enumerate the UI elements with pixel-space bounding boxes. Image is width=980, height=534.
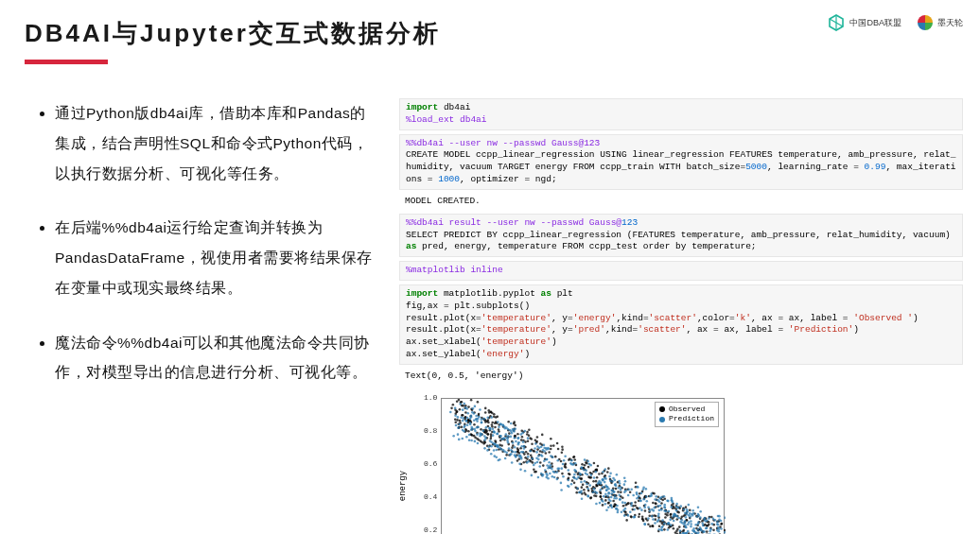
- svg-point-886: [586, 487, 589, 490]
- svg-point-911: [654, 522, 656, 525]
- svg-point-1105: [614, 483, 617, 486]
- svg-point-832: [657, 505, 660, 508]
- svg-point-959: [458, 438, 461, 440]
- svg-point-809: [490, 453, 493, 456]
- svg-point-526: [638, 515, 640, 518]
- kw: import: [406, 288, 438, 299]
- svg-point-142: [658, 525, 661, 527]
- svg-point-727: [567, 484, 569, 487]
- svg-point-1164: [629, 510, 632, 513]
- svg-point-593: [487, 433, 490, 436]
- svg-point-397: [521, 436, 524, 439]
- svg-point-960: [580, 480, 583, 483]
- svg-point-792: [675, 502, 678, 505]
- cube-icon: [827, 13, 846, 32]
- svg-point-1151: [476, 426, 479, 429]
- svg-point-813: [515, 439, 517, 442]
- svg-point-459: [542, 464, 545, 467]
- svg-point-395: [590, 496, 593, 499]
- svg-point-839: [647, 517, 650, 520]
- svg-point-1050: [621, 501, 624, 504]
- svg-point-589: [478, 412, 481, 415]
- svg-point-1048: [527, 437, 530, 439]
- svg-point-504: [583, 489, 586, 491]
- str: 'temperature': [481, 324, 551, 335]
- svg-point-1002: [556, 477, 559, 480]
- svg-point-601: [681, 515, 684, 518]
- legend-dot: [659, 417, 665, 422]
- svg-point-678: [618, 479, 621, 482]
- svg-point-382: [541, 433, 544, 436]
- code-text: ): [524, 349, 530, 359]
- svg-point-719: [452, 435, 455, 438]
- svg-point-477: [522, 461, 525, 464]
- svg-point-434: [580, 477, 583, 480]
- legend-row: Prediction: [659, 414, 714, 424]
- svg-point-1097: [499, 435, 502, 438]
- svg-point-1175: [478, 415, 481, 418]
- jupyter-notebook: import db4ai %load_ext db4ai %%db4ai --u…: [399, 98, 963, 534]
- svg-point-186: [592, 480, 595, 483]
- svg-point-394: [539, 461, 542, 464]
- svg-point-1179: [658, 508, 661, 511]
- svg-point-734: [465, 436, 468, 439]
- svg-point-1045: [547, 446, 550, 449]
- svg-point-733: [574, 462, 577, 465]
- svg-point-574: [664, 516, 667, 519]
- svg-point-1052: [611, 480, 614, 483]
- svg-point-1182: [581, 497, 584, 500]
- svg-point-952: [457, 433, 460, 436]
- svg-point-623: [644, 503, 647, 506]
- svg-point-585: [533, 468, 535, 471]
- svg-point-781: [601, 499, 604, 502]
- svg-point-753: [570, 459, 573, 462]
- svg-point-1013: [509, 454, 512, 456]
- svg-point-806: [605, 489, 608, 491]
- svg-point-958: [643, 506, 646, 508]
- svg-point-157: [454, 421, 457, 423]
- svg-point-438: [590, 487, 593, 490]
- svg-point-1053: [724, 516, 726, 519]
- svg-point-528: [557, 447, 560, 450]
- svg-point-365: [482, 442, 485, 445]
- svg-point-1156: [462, 419, 464, 422]
- svg-point-864: [632, 493, 635, 496]
- svg-point-663: [633, 508, 636, 510]
- svg-point-879: [636, 485, 639, 488]
- svg-point-1195: [526, 461, 529, 464]
- svg-point-1152: [724, 531, 726, 534]
- svg-point-1067: [618, 493, 621, 496]
- logo-dba-text: 中国DBA联盟: [849, 17, 901, 29]
- svg-point-1101: [607, 491, 610, 494]
- svg-point-777: [595, 471, 598, 474]
- svg-point-1055: [650, 494, 653, 497]
- svg-point-796: [496, 448, 499, 451]
- svg-point-1113: [486, 449, 489, 452]
- svg-point-1010: [600, 482, 603, 485]
- svg-point-72: [560, 459, 563, 462]
- svg-point-289: [528, 428, 531, 431]
- svg-point-410: [528, 434, 531, 437]
- svg-point-943: [569, 462, 572, 465]
- svg-point-1068: [498, 425, 500, 428]
- svg-point-899: [603, 494, 605, 497]
- svg-point-538: [636, 507, 639, 509]
- svg-point-485: [494, 425, 497, 428]
- svg-point-197: [484, 406, 487, 409]
- svg-point-937: [537, 475, 540, 478]
- svg-point-267: [663, 497, 666, 500]
- svg-point-878: [479, 408, 481, 411]
- svg-point-677: [677, 516, 680, 519]
- svg-point-643: [586, 459, 589, 462]
- code-text: , ax = ax, label =: [687, 324, 789, 335]
- svg-point-1197: [639, 507, 641, 509]
- svg-point-834: [468, 439, 471, 441]
- svg-point-548: [465, 429, 468, 432]
- svg-point-329: [480, 439, 482, 442]
- svg-point-94: [615, 487, 618, 490]
- svg-point-1035: [461, 437, 464, 439]
- svg-point-433: [624, 510, 627, 513]
- magic: %matplotlib inline: [406, 265, 503, 275]
- svg-point-997: [604, 476, 606, 479]
- svg-point-1056: [688, 521, 691, 524]
